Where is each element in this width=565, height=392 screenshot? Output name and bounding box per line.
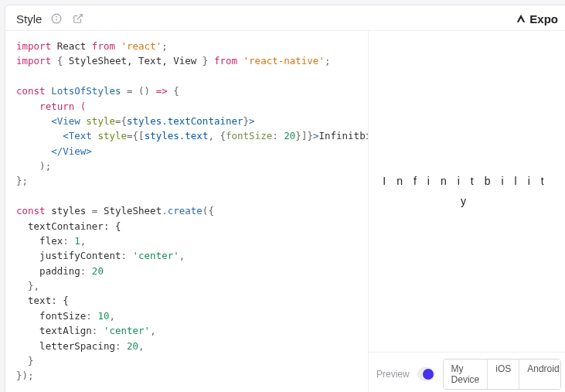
expo-brand-label: Expo: [529, 12, 558, 26]
token-line: });: [16, 370, 34, 381]
toggle-knob: [423, 369, 434, 380]
token-colon: :: [272, 130, 284, 141]
token-number: 1: [74, 235, 80, 247]
token-id: React: [57, 40, 87, 52]
token-key: textAlign: [16, 325, 92, 336]
token-id: styles: [51, 205, 86, 216]
token-line: },: [16, 280, 39, 291]
token-method: create: [168, 205, 203, 216]
tab-my-device[interactable]: My Device: [444, 360, 488, 389]
token-colon: :: [80, 265, 92, 277]
token-jsx-tag: Text: [69, 130, 92, 141]
token-comma: ,: [179, 250, 185, 261]
token-number: 20: [127, 340, 138, 352]
token-punc: ;: [325, 55, 331, 66]
token-class: StyleSheet: [104, 205, 162, 216]
token-tag-close: >: [249, 115, 255, 127]
preview-pane: Infinitbility Preview My Device iOS Andr…: [368, 31, 565, 392]
token-key: letterSpacing: [16, 340, 115, 352]
expo-brand[interactable]: Expo: [516, 12, 558, 26]
indent: [16, 130, 63, 141]
token-jsx-text: Infinitbility: [318, 130, 368, 141]
token-paren: ({: [203, 205, 214, 216]
token-comma: ,: [208, 130, 220, 141]
token-ids: StyleSheet, Text, View: [69, 55, 197, 66]
preview-toggle[interactable]: [417, 367, 435, 381]
info-icon[interactable]: [49, 12, 63, 26]
token-comma: ,: [109, 310, 115, 322]
indent: [16, 115, 51, 127]
preview-footer: Preview My Device iOS Android Web: [369, 352, 565, 392]
expo-snack-window: Style Expo import React from 'react'; im…: [5, 5, 565, 392]
token-eq: =: [86, 205, 104, 216]
token-keyword: import: [16, 55, 51, 66]
token-line: text: {: [16, 295, 69, 306]
token-comma: ,: [150, 325, 156, 336]
token-jsx-tag: View: [63, 145, 86, 157]
token-punc: = (): [121, 85, 155, 97]
svg-point-2: [56, 16, 57, 17]
token-comma: ,: [80, 235, 87, 247]
header-left: Style: [16, 12, 85, 26]
token-arrow: =>: [156, 85, 168, 97]
code-editor[interactable]: import React from 'react'; import { Styl…: [5, 31, 368, 392]
token-keyword: const: [16, 85, 46, 97]
token-tag-open: <: [51, 115, 57, 127]
token-expr: styles.textContainer: [127, 115, 243, 127]
header-bar: Style Expo: [5, 5, 565, 31]
external-link-icon[interactable]: [71, 12, 85, 26]
token-comma: ,: [138, 340, 145, 352]
token-line: }: [16, 355, 34, 366]
main-area: import React from 'react'; import { Styl…: [5, 31, 565, 392]
token-jsx-tag: View: [57, 115, 80, 127]
token-key: fontSize: [226, 130, 272, 141]
token-keyword: from: [92, 40, 115, 52]
token-attr: style: [97, 130, 127, 141]
token-endtag-open: </: [51, 145, 63, 157]
token-string: 'react-native': [243, 55, 325, 66]
token-brace: }: [243, 115, 250, 127]
preview-output-text: Infinitbility: [378, 172, 560, 210]
token-attr: style: [86, 115, 115, 127]
token-colon: :: [121, 250, 132, 261]
token-key: flex: [16, 235, 63, 247]
token-brace: {: [57, 55, 69, 66]
token-number: 20: [92, 265, 104, 277]
token-line: );: [16, 160, 51, 172]
token-string: 'react': [121, 40, 162, 52]
snack-title: Style: [16, 12, 42, 26]
token-brace: }: [196, 55, 208, 66]
token-expr: styles.text: [145, 130, 209, 141]
indent: [16, 145, 51, 157]
token-key: justifyContent: [16, 250, 121, 261]
token-eq: =: [115, 115, 121, 127]
tab-android[interactable]: Android: [519, 360, 561, 389]
token-line: };: [16, 175, 28, 186]
token-number: 20: [284, 130, 295, 141]
token-key: padding: [16, 265, 80, 277]
token-string: 'center': [104, 325, 150, 336]
token-line: textContainer: {: [16, 220, 121, 232]
token-brace: }]}: [295, 130, 313, 141]
token-keyword: import: [16, 40, 51, 52]
token-brace: {: [220, 130, 226, 141]
tab-ios[interactable]: iOS: [488, 360, 519, 389]
token-colon: :: [115, 340, 127, 352]
token-string: 'center': [133, 250, 179, 261]
token-keyword: const: [16, 205, 46, 216]
token-brace: {: [121, 115, 128, 127]
token-brace: {: [168, 85, 179, 97]
token-endtag-close: >: [86, 145, 92, 157]
token-colon: :: [86, 310, 97, 322]
token-colon: :: [92, 325, 104, 336]
token-punc: ;: [162, 40, 168, 52]
platform-tabs: My Device iOS Android Web: [443, 359, 561, 390]
token-keyword: from: [214, 55, 237, 66]
token-brace: {[: [133, 130, 145, 141]
token-dot: .: [162, 205, 168, 216]
preview-label: Preview: [376, 369, 410, 380]
expo-logo-icon: [516, 13, 526, 24]
svg-line-3: [77, 15, 82, 19]
token-line: return (: [16, 101, 86, 112]
token-key: fontSize: [16, 310, 86, 322]
